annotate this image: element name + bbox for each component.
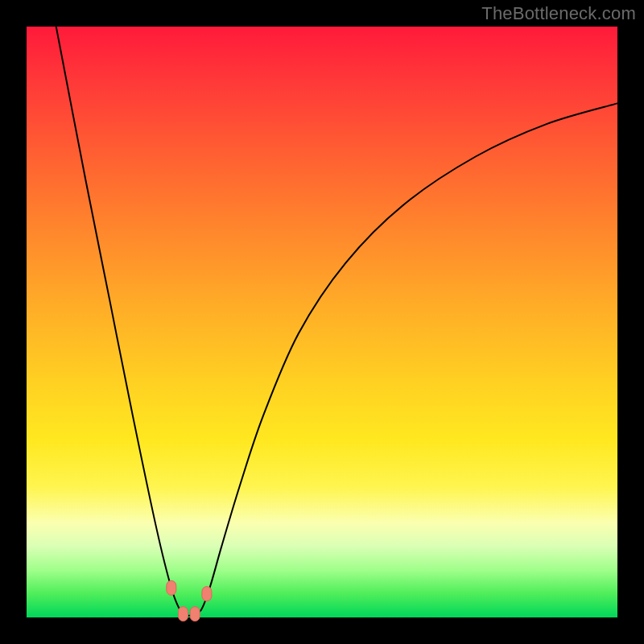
curve-marker xyxy=(179,607,188,621)
curve-marker xyxy=(202,587,212,601)
bottleneck-curve xyxy=(56,27,617,616)
chart-frame: TheBottleneck.com xyxy=(0,0,644,644)
curve-svg xyxy=(27,27,617,617)
curve-marker xyxy=(190,607,200,621)
watermark-text: TheBottleneck.com xyxy=(481,3,636,24)
curve-marker xyxy=(167,580,176,595)
plot-area xyxy=(27,27,617,617)
